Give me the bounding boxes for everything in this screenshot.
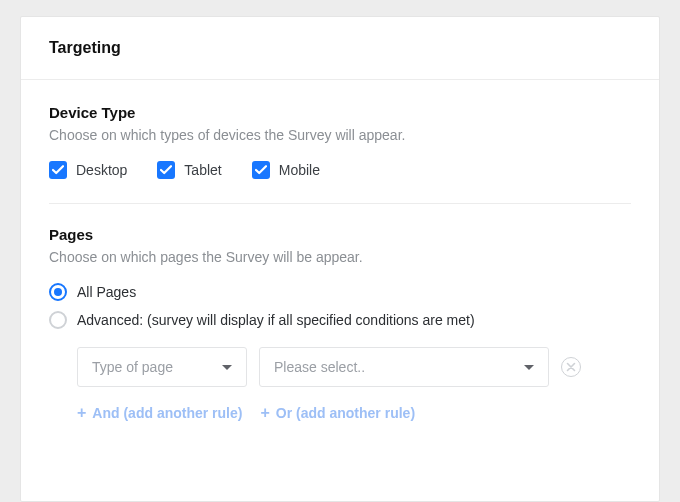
radio-all-pages[interactable]: All Pages xyxy=(49,283,631,301)
or-add-rule-button[interactable]: + Or (add another rule) xyxy=(260,405,415,421)
action-label: Or (add another rule) xyxy=(276,405,415,421)
select-placeholder: Please select.. xyxy=(274,359,365,375)
checkbox-label: Tablet xyxy=(184,162,221,178)
card-body: Device Type Choose on which types of dev… xyxy=(21,80,659,449)
checkbox-desktop[interactable]: Desktop xyxy=(49,161,127,179)
device-type-heading: Device Type xyxy=(49,104,631,121)
card-header: Targeting xyxy=(21,17,659,80)
checkbox-tablet[interactable]: Tablet xyxy=(157,161,221,179)
radio-icon xyxy=(49,283,67,301)
checkbox-label: Mobile xyxy=(279,162,320,178)
checkbox-label: Desktop xyxy=(76,162,127,178)
remove-rule-button[interactable] xyxy=(561,357,581,377)
pages-description: Choose on which pages the Survey will be… xyxy=(49,249,631,265)
pages-heading: Pages xyxy=(49,226,631,243)
rule-row: Type of page Please select.. xyxy=(77,347,631,387)
type-of-page-select[interactable]: Type of page xyxy=(77,347,247,387)
and-add-rule-button[interactable]: + And (add another rule) xyxy=(77,405,242,421)
section-divider xyxy=(49,203,631,204)
action-label: And (add another rule) xyxy=(92,405,242,421)
radio-label: Advanced: (survey will display if all sp… xyxy=(77,312,475,328)
pages-radio-group: All Pages Advanced: (survey will display… xyxy=(49,283,631,329)
radio-label: All Pages xyxy=(77,284,136,300)
plus-icon: + xyxy=(77,405,86,421)
page-value-select[interactable]: Please select.. xyxy=(259,347,549,387)
chevron-down-icon xyxy=(222,365,232,370)
targeting-card: Targeting Device Type Choose on which ty… xyxy=(20,16,660,502)
device-checkbox-row: Desktop Tablet Mobile xyxy=(49,161,631,179)
checkbox-mobile[interactable]: Mobile xyxy=(252,161,320,179)
plus-icon: + xyxy=(260,405,269,421)
device-type-description: Choose on which types of devices the Sur… xyxy=(49,127,631,143)
chevron-down-icon xyxy=(524,365,534,370)
checkmark-icon xyxy=(252,161,270,179)
radio-icon xyxy=(49,311,67,329)
rule-actions: + And (add another rule) + Or (add anoth… xyxy=(77,405,631,421)
close-icon xyxy=(566,362,576,372)
radio-advanced[interactable]: Advanced: (survey will display if all sp… xyxy=(49,311,631,329)
select-placeholder: Type of page xyxy=(92,359,173,375)
checkmark-icon xyxy=(157,161,175,179)
checkmark-icon xyxy=(49,161,67,179)
card-title: Targeting xyxy=(49,39,631,57)
